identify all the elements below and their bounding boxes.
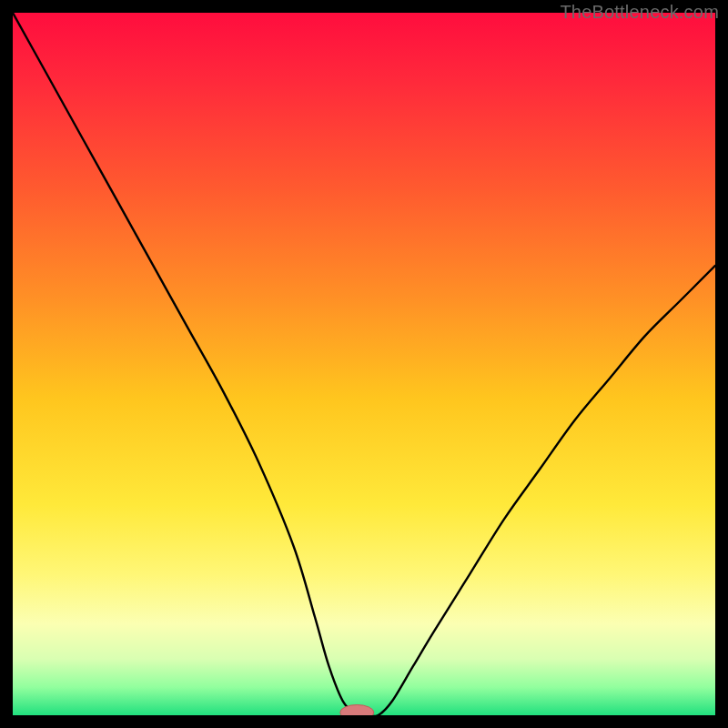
attribution-label: TheBottleneck.com	[560, 2, 719, 23]
chart-frame: TheBottleneck.com	[0, 0, 728, 728]
gradient-background	[13, 13, 715, 715]
plot-area	[13, 13, 715, 715]
bottleneck-chart	[13, 13, 715, 715]
